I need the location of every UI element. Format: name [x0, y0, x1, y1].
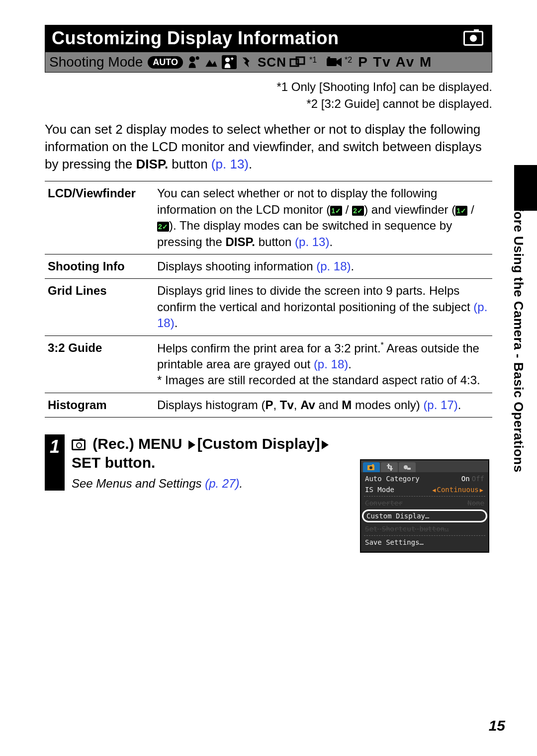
text: , [273, 398, 279, 412]
menu-tab-rec [363, 462, 380, 472]
shooting-mode-row: Shooting Mode AUTO SCN *1 *2 P Tv Av M [45, 52, 492, 73]
menu-row-save-settings: Save Settings… [364, 537, 485, 548]
mode-p: P [265, 398, 273, 412]
menu-rows: Auto Category OnOff IS Mode ◀Continuous▶… [361, 472, 488, 552]
svg-point-14 [404, 465, 408, 469]
svg-point-0 [189, 56, 195, 62]
svg-point-1 [196, 56, 199, 60]
svg-rect-13 [389, 468, 393, 469]
row-header: LCD/Viewfinder [45, 181, 154, 254]
menu-row-is-mode: IS Mode ◀Continuous▶ [364, 484, 485, 495]
text: and [315, 398, 342, 412]
page-ref-link[interactable]: (p. 27) [205, 477, 239, 490]
text: Helps confirm the print area for a 3:2 p… [157, 341, 381, 355]
text: modes only) [352, 398, 423, 412]
rec-camera-icon [72, 439, 86, 450]
page-ref-link[interactable]: (p. 18) [316, 259, 351, 273]
menu-row-auto-category: Auto Category OnOff [364, 473, 485, 484]
row-header: Shooting Info [45, 254, 154, 279]
disp-button-label: DISP. [136, 157, 169, 171]
table-row: Histogram Displays histogram (P, Tv, Av … [45, 393, 492, 417]
lcd-mode2-icon: 2✓ [352, 206, 364, 216]
svg-rect-12 [387, 465, 390, 466]
menu-row-label: Converter [365, 499, 403, 507]
row-header: Histogram [45, 393, 154, 417]
text: ) and viewfinder ( [364, 203, 455, 216]
text: . [458, 398, 461, 412]
intro-paragraph: You can set 2 display modes to select wh… [45, 121, 492, 173]
svg-rect-5 [327, 58, 337, 66]
mode-night-icon [222, 55, 237, 69]
lcd-mode1-icon: 1✓ [330, 206, 342, 216]
table-row: Shooting Info Displays shooting informat… [45, 254, 492, 279]
vf-mode2-icon: 2✓ [157, 222, 169, 232]
shooting-mode-label: Shooting Mode [49, 54, 143, 70]
menu-row-label: Custom Display… [366, 512, 429, 520]
table-row: 3:2 Guide Helps confirm the print area f… [45, 336, 492, 393]
text: See Menus and Settings [72, 477, 205, 490]
disp-button-label: DISP. [225, 235, 255, 249]
svg-rect-9 [372, 464, 374, 466]
page-ref-link[interactable]: (p. 17) [423, 398, 457, 412]
text: button [255, 235, 295, 249]
arrow-right-icon [322, 440, 329, 449]
text: Displays grid lines to divide the screen… [157, 284, 473, 313]
mode-stitch-icon [289, 56, 306, 68]
menu-row-label: Auto Category [365, 475, 420, 483]
menu-row-label: Set Shortcut button… [365, 525, 449, 533]
page-ref-link[interactable]: (p. 13) [295, 235, 329, 249]
arrow-right-icon [188, 440, 195, 449]
svg-point-8 [369, 466, 372, 469]
section-side-label: Before Using the Camera - Basic Operatio… [511, 190, 526, 473]
svg-rect-15 [407, 468, 411, 470]
mode-portrait-icon [186, 55, 201, 69]
row-header: 3:2 Guide [45, 336, 154, 393]
step-number: 1 [45, 434, 65, 491]
camera-icon [463, 31, 483, 46]
right-arrow-icon: ▶ [480, 487, 483, 494]
footnote-1: *1 Only [Shooting Info] can be displayed… [45, 79, 492, 95]
page-number: 15 [489, 717, 505, 734]
page-title-bar: Customizing Display Information [45, 25, 492, 52]
footnote-2: *2 [3:2 Guide] cannot be displayed. [45, 95, 492, 112]
left-arrow-icon: ◀ [432, 487, 436, 494]
text: . [329, 235, 333, 249]
menu-tab-setup [381, 462, 398, 472]
menu-row-set-shortcut: Set Shortcut button… [364, 523, 485, 534]
row-content: You can select whether or not to display… [154, 181, 492, 254]
text: button. [100, 454, 155, 471]
svg-rect-3 [290, 59, 298, 66]
intro-text-c: button [168, 157, 211, 171]
row-content: Displays grid lines to divide the screen… [154, 279, 492, 336]
page-ref-link[interactable]: (p. 18) [314, 357, 348, 371]
mode-ptvavm-label: P Tv Av M [358, 54, 432, 70]
page-ref-link[interactable]: (p. 13) [211, 157, 249, 171]
menu-value-on: On [461, 475, 470, 483]
table-row: LCD/Viewfinder You can select whether or… [45, 181, 492, 254]
text: Displays shooting information [157, 259, 316, 273]
row-header: Grid Lines [45, 279, 154, 336]
text: , [294, 398, 300, 412]
table-row: Grid Lines Displays grid lines to divide… [45, 279, 492, 336]
menu-item-label: [Custom Display] [197, 435, 320, 452]
definitions-table: LCD/Viewfinder You can select whether or… [45, 181, 492, 418]
mode-scn-label: SCN [258, 55, 286, 70]
camera-menu-screenshot: Auto Category OnOff IS Mode ◀Continuous▶… [360, 459, 489, 553]
mode-kids-pets-icon [240, 55, 255, 69]
vf-mode1-icon: 1✓ [455, 206, 467, 216]
row-content: Displays histogram (P, Tv, Av and M mode… [154, 393, 492, 417]
set-button-label: SET [72, 454, 100, 471]
intro-text-a: You can set 2 display modes to select wh… [45, 122, 482, 171]
menu-value-off: Off [472, 475, 484, 483]
menu-tab-mycamera [399, 462, 416, 472]
text: . [175, 316, 178, 330]
mode-movie-icon [327, 57, 342, 68]
text: . [348, 357, 352, 371]
text: Displays histogram ( [157, 398, 265, 412]
row-content: Helps confirm the print area for a 3:2 p… [154, 336, 492, 393]
text: (Rec.) MENU [89, 435, 186, 452]
aspect-ratio-note: * Images are still recorded at the stand… [157, 373, 480, 387]
menu-row-converter: Converter None [364, 498, 485, 508]
mode-tv: Tv [280, 398, 294, 412]
svg-rect-4 [296, 57, 304, 64]
